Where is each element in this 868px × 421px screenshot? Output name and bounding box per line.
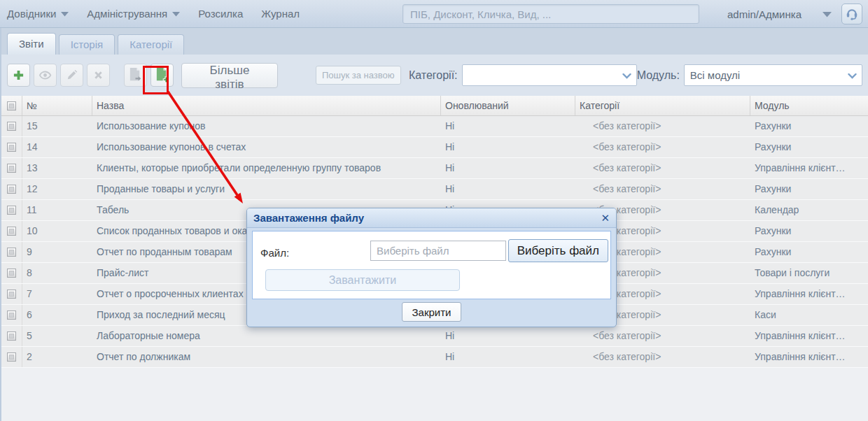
table-row[interactable]: 5 Лабораторные номера Ні <без категорії>… bbox=[1, 326, 868, 347]
row-updatable: Ні bbox=[441, 158, 575, 178]
select-all-checkbox[interactable] bbox=[1, 96, 22, 115]
table-row[interactable]: 12 Проданные товары и услуги Ні <без кат… bbox=[1, 179, 868, 200]
topbar: Довідники Адміністрування Розсилка Журна… bbox=[0, 0, 868, 28]
row-updatable: Ні bbox=[441, 179, 575, 199]
module-select[interactable]: Всі модулі bbox=[684, 64, 862, 86]
upload-file-dialog: Завантаження файлу ✕ Файл: Виберіть файл… bbox=[246, 208, 617, 327]
edit-button[interactable] bbox=[60, 64, 83, 87]
user-area: admin/Админка bbox=[727, 0, 862, 28]
menu-dovidnyky[interactable]: Довідники bbox=[7, 8, 69, 20]
chevron-down-icon bbox=[61, 12, 69, 17]
menu-rozsylka[interactable]: Розсилка bbox=[198, 8, 243, 20]
column-header-categories[interactable]: Категорії bbox=[575, 96, 750, 115]
row-checkbox[interactable] bbox=[1, 242, 22, 262]
row-checkbox[interactable] bbox=[1, 305, 22, 325]
row-name: Лабораторные номера bbox=[92, 326, 441, 346]
table-row[interactable]: 2 Отчет по должникам Ні <без категорії> … bbox=[1, 347, 868, 368]
dialog-title: Завантаження файлу bbox=[253, 212, 364, 224]
add-button[interactable] bbox=[7, 64, 30, 87]
row-module: Управління клієнт… bbox=[750, 158, 868, 178]
menu-zhurnal-label: Журнал bbox=[261, 8, 300, 20]
row-num: 15 bbox=[22, 116, 92, 136]
categories-select[interactable] bbox=[462, 64, 637, 86]
row-num: 2 bbox=[22, 347, 92, 367]
menu-rozsylka-label: Розсилка bbox=[198, 8, 243, 20]
eye-icon bbox=[38, 69, 52, 82]
column-header-name[interactable]: Назва bbox=[92, 96, 441, 115]
row-module: Рахунки bbox=[750, 221, 868, 241]
categories-filter-label: Категорії: bbox=[409, 69, 458, 82]
row-checkbox[interactable] bbox=[1, 158, 22, 178]
tab-istoriya[interactable]: Історія bbox=[59, 34, 115, 55]
row-module: Каси bbox=[750, 305, 868, 325]
toolbar: Більше звітів Категорії: Модуль: Всі мод… bbox=[1, 55, 868, 96]
support-button[interactable] bbox=[841, 3, 862, 24]
row-checkbox[interactable] bbox=[1, 179, 22, 199]
row-checkbox[interactable] bbox=[1, 200, 22, 220]
more-reports-button[interactable]: Більше звітів bbox=[181, 63, 278, 88]
row-checkbox[interactable] bbox=[1, 263, 22, 283]
row-category: <без категорії> bbox=[575, 347, 750, 367]
file-path-input[interactable] bbox=[370, 241, 506, 261]
row-num: 6 bbox=[22, 305, 92, 325]
row-module: Рахунки bbox=[750, 137, 868, 157]
row-module: Управління клієнт… bbox=[750, 284, 868, 304]
main-menu: Довідники Адміністрування Розсилка Журна… bbox=[7, 8, 318, 20]
delete-button[interactable] bbox=[87, 64, 110, 87]
global-search-input[interactable] bbox=[402, 4, 699, 24]
row-checkbox[interactable] bbox=[1, 326, 22, 346]
chevron-down-icon[interactable] bbox=[822, 12, 832, 17]
row-name: Использование купонов в счетах bbox=[92, 137, 441, 157]
pencil-icon bbox=[66, 69, 78, 81]
close-icon[interactable]: ✕ bbox=[601, 213, 610, 223]
table-row[interactable]: 15 Использование купонов Ні <без категор… bbox=[1, 116, 868, 137]
tab-zvity[interactable]: Звіти bbox=[7, 33, 56, 55]
import-report-button[interactable] bbox=[150, 64, 174, 87]
upload-button[interactable]: Завантажити bbox=[265, 269, 460, 291]
module-select-value: Всі модулі bbox=[690, 69, 740, 81]
row-checkbox[interactable] bbox=[1, 221, 22, 241]
row-num: 10 bbox=[22, 221, 92, 241]
menu-dovidnyky-label: Довідники bbox=[7, 8, 56, 20]
row-module: Товари і послуги bbox=[750, 263, 868, 283]
file-export-icon bbox=[128, 67, 143, 83]
row-module: Управління клієнт… bbox=[750, 347, 868, 367]
tab-kategoriyi[interactable]: Категорії bbox=[118, 34, 184, 55]
choose-file-button[interactable]: Виберіть файл bbox=[508, 239, 608, 262]
row-module: Управління клієнт… bbox=[750, 326, 868, 346]
row-num: 5 bbox=[22, 326, 92, 346]
table-row[interactable]: 13 Клиенты, которые приобретали определе… bbox=[1, 158, 868, 179]
file-import-icon bbox=[155, 67, 169, 83]
row-checkbox[interactable] bbox=[1, 284, 22, 304]
row-updatable: Ні bbox=[441, 137, 575, 157]
report-search-input[interactable] bbox=[316, 66, 401, 85]
row-num: 9 bbox=[22, 242, 92, 262]
row-module: Рахунки bbox=[750, 242, 868, 262]
row-name: Проданные товары и услуги bbox=[92, 179, 441, 199]
menu-administruvannya[interactable]: Адміністрування bbox=[87, 8, 180, 20]
file-field-label: Файл: bbox=[260, 247, 289, 259]
tab-bar: Звіти Історія Категорії bbox=[0, 28, 868, 55]
chevron-down-icon bbox=[172, 12, 180, 17]
menu-administruvannya-label: Адміністрування bbox=[87, 8, 167, 20]
table-row[interactable]: 14 Использование купонов в счетах Ні <бе… bbox=[1, 137, 868, 158]
row-category: <без категорії> bbox=[575, 116, 750, 136]
table-header: № Назва Оновлюваний Категорії Модуль bbox=[1, 96, 868, 116]
row-checkbox[interactable] bbox=[1, 137, 22, 157]
row-checkbox[interactable] bbox=[1, 116, 22, 136]
column-header-updatable[interactable]: Оновлюваний bbox=[441, 96, 575, 115]
row-num: 13 bbox=[22, 158, 92, 178]
row-updatable: Ні bbox=[441, 326, 575, 346]
row-num: 7 bbox=[22, 284, 92, 304]
row-checkbox[interactable] bbox=[1, 347, 22, 367]
export-report-button[interactable] bbox=[124, 64, 147, 87]
dialog-close-button[interactable]: Закрити bbox=[402, 302, 462, 322]
row-num: 11 bbox=[22, 200, 92, 220]
column-header-module[interactable]: Модуль bbox=[750, 96, 868, 115]
row-num: 12 bbox=[22, 179, 92, 199]
column-header-num[interactable]: № bbox=[22, 96, 92, 115]
row-updatable: Ні bbox=[441, 347, 575, 367]
menu-zhurnal[interactable]: Журнал bbox=[261, 8, 300, 20]
user-label[interactable]: admin/Админка bbox=[727, 8, 802, 20]
view-button[interactable] bbox=[34, 64, 57, 87]
